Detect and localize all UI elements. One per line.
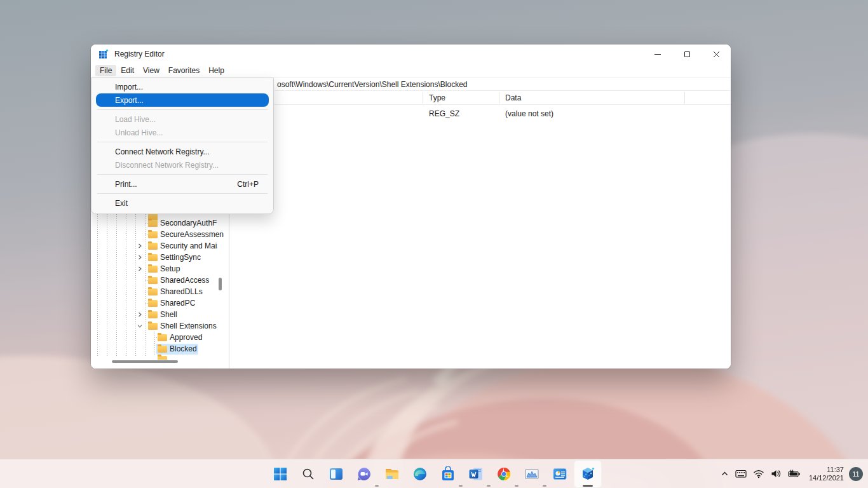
chrome-icon [496, 466, 512, 482]
task-view-icon [329, 466, 344, 482]
tree-item[interactable]: Shell Extensions [91, 320, 229, 332]
battery-charging-icon [788, 469, 801, 478]
chevron-up-icon [721, 470, 729, 477]
taskbar: 11:37 14/12/2021 11 [0, 459, 868, 488]
value-list: Type Data REG_SZ (value not set) [230, 91, 731, 369]
menu-separator [97, 174, 268, 175]
folder-icon [148, 243, 158, 250]
tree-item[interactable]: SecondaryAuthF [91, 217, 229, 229]
clock-date: 14/12/2021 [809, 474, 844, 482]
resource-monitor-icon [552, 466, 567, 482]
file-explorer-button[interactable] [378, 460, 406, 488]
volume-button[interactable] [768, 463, 785, 485]
wifi-button[interactable] [750, 463, 768, 485]
menu-bar: File Edit View Favorites Help [91, 64, 731, 78]
tree-vertical-scrollbar[interactable] [219, 278, 222, 290]
menu-item-load-hive[interactable]: Load Hive... [96, 112, 269, 126]
tree-item[interactable]: SharedDLLs [91, 286, 229, 297]
menu-favorites[interactable]: Favorites [164, 65, 204, 76]
tree-item[interactable]: SettingSync [91, 252, 229, 263]
menu-file[interactable]: File [95, 65, 116, 76]
folder-icon [148, 288, 158, 295]
microsoft-store-icon [440, 466, 456, 482]
chat-icon [356, 466, 372, 482]
menu-item-import[interactable]: Import... [96, 80, 269, 93]
menu-edit[interactable]: Edit [116, 65, 139, 76]
folder-icon [158, 334, 167, 341]
edge-button[interactable] [406, 460, 434, 488]
running-indicator [515, 485, 519, 487]
menu-item-connect-network-registry[interactable]: Connect Network Registry... [96, 145, 269, 158]
menu-item-disconnect-network-registry[interactable]: Disconnect Network Registry... [96, 158, 269, 172]
taskbar-clock[interactable]: 11:37 14/12/2021 [809, 466, 844, 482]
menu-view[interactable]: View [139, 65, 164, 76]
close-button[interactable] [702, 44, 731, 64]
chevron-right-icon[interactable] [137, 266, 143, 272]
resource-monitor-button[interactable] [546, 460, 574, 488]
search-button[interactable] [294, 460, 322, 488]
column-header-type[interactable]: Type [429, 93, 445, 102]
tree-item[interactable]: SecureAssessmen [91, 229, 229, 240]
menu-item-export[interactable]: Export... [96, 93, 269, 107]
titlebar[interactable]: Registry Editor [91, 44, 731, 64]
tree-item-partial-bottom[interactable] [91, 355, 229, 360]
chevron-right-icon[interactable] [137, 243, 143, 249]
registry-editor-taskbar-button[interactable] [574, 460, 602, 488]
edge-icon [412, 466, 428, 482]
minimize-button[interactable] [643, 44, 672, 64]
touch-keyboard-button[interactable] [732, 463, 750, 485]
menu-separator [97, 142, 268, 142]
menu-help[interactable]: Help [204, 65, 229, 76]
folder-icon [148, 311, 158, 318]
file-menu-dropdown: Import... Export... Load Hive... Unload … [91, 78, 274, 214]
column-divider[interactable] [684, 92, 685, 104]
window-title: Registry Editor [114, 50, 165, 58]
desktop: Registry Editor File Edit View Favorites… [0, 0, 868, 488]
running-indicator [459, 485, 463, 487]
tree-item[interactable]: Shell [91, 309, 229, 320]
menu-separator [97, 193, 268, 194]
tree-horizontal-scrollbar[interactable] [112, 360, 178, 363]
registry-editor-icon [580, 466, 596, 482]
maximize-button[interactable] [672, 44, 702, 64]
battery-button[interactable] [785, 463, 804, 485]
performance-monitor-button[interactable] [518, 460, 546, 488]
notification-badge[interactable]: 11 [849, 467, 863, 481]
running-indicator [543, 485, 546, 487]
menu-item-exit[interactable]: Exit [96, 196, 269, 210]
start-button[interactable] [266, 460, 294, 488]
value-data: (value not set) [505, 109, 553, 118]
tray-chevron-up-button[interactable] [717, 463, 732, 485]
chevron-right-icon[interactable] [137, 311, 143, 318]
word-button[interactable] [462, 460, 490, 488]
folder-icon [148, 231, 158, 238]
address-path: osoft\Windows\CurrentVersion\Shell Exten… [277, 80, 467, 89]
value-type: REG_SZ [429, 109, 459, 118]
tree-item[interactable]: SharedAccess [91, 274, 229, 286]
search-icon [301, 467, 315, 481]
registry-editor-window: Registry Editor File Edit View Favorites… [91, 44, 731, 369]
chat-button[interactable] [350, 460, 378, 488]
chrome-button[interactable] [490, 460, 518, 488]
menu-item-print[interactable]: Print... Ctrl+P [96, 177, 269, 191]
microsoft-store-button[interactable] [434, 460, 462, 488]
menu-item-unload-hive[interactable]: Unload Hive... [96, 126, 269, 139]
running-indicator [487, 485, 491, 487]
column-divider[interactable] [499, 92, 499, 104]
column-divider[interactable] [423, 92, 423, 104]
folder-icon [148, 323, 158, 330]
tree-item[interactable]: Setup [91, 263, 229, 274]
menu-separator [97, 109, 268, 110]
chevron-right-icon[interactable] [137, 254, 143, 261]
task-view-button[interactable] [322, 460, 350, 488]
tree-item[interactable]: Approved [91, 332, 229, 343]
running-indicator [375, 485, 379, 487]
tree-item[interactable]: SharedPC [91, 297, 229, 309]
tree-item[interactable]: Security and Mai [91, 240, 229, 252]
word-icon [468, 466, 484, 482]
print-shortcut: Ctrl+P [237, 180, 259, 189]
registry-editor-icon [98, 49, 109, 59]
chevron-down-icon[interactable] [137, 323, 143, 329]
column-header-data[interactable]: Data [505, 93, 521, 102]
tree-item-selected[interactable]: Blocked [91, 343, 229, 355]
